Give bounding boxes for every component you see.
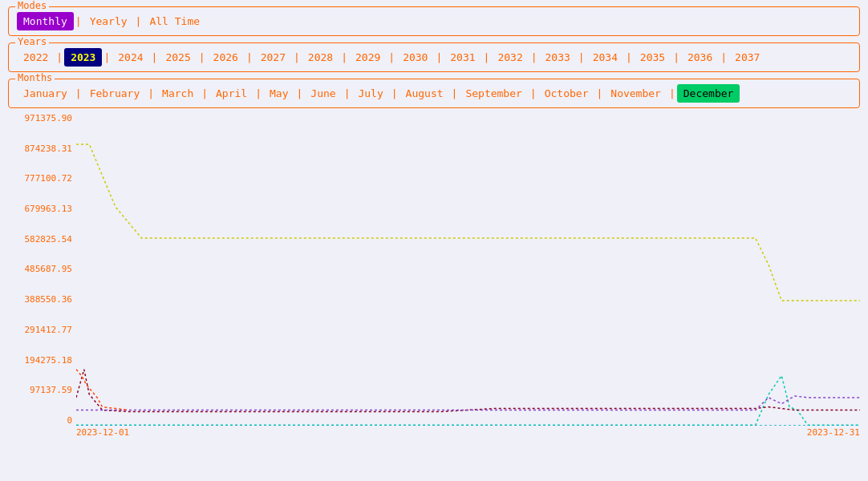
x-end-label: 2023-12-31 — [807, 427, 860, 438]
years-content: 2022|2023|2024|2025|2026|2027|2028|2029|… — [9, 43, 859, 71]
separator: | — [103, 51, 110, 63]
separator: | — [201, 87, 208, 99]
separator: | — [56, 51, 63, 63]
separator: | — [669, 87, 675, 99]
chart-area: 971375.90874238.31777100.72679963.135828… — [8, 113, 860, 426]
separator: | — [391, 87, 398, 99]
mode-item-monthly[interactable]: Monthly — [17, 12, 74, 30]
month-item-jun[interactable]: June — [304, 84, 342, 103]
separator: | — [344, 87, 351, 99]
y-label-5: 485687.95 — [8, 264, 76, 274]
year-item-2035[interactable]: 2035 — [634, 48, 671, 67]
y-label-7: 291412.77 — [8, 325, 76, 335]
separator: | — [626, 51, 632, 63]
separator: | — [294, 51, 300, 63]
month-item-sep[interactable]: September — [459, 84, 528, 103]
modes-content: Monthly|Yearly|All Time — [9, 7, 859, 35]
years-section: Years 2022|2023|2024|2025|2026|2027|2028… — [8, 42, 860, 72]
separator: | — [452, 87, 458, 99]
year-item-2023[interactable]: 2023 — [64, 48, 102, 67]
separator: | — [388, 51, 395, 63]
separator: | — [341, 51, 347, 63]
month-item-oct[interactable]: October — [538, 84, 595, 103]
month-item-may[interactable]: May — [263, 84, 294, 103]
year-item-2033[interactable]: 2033 — [539, 48, 577, 67]
y-label-2: 777100.72 — [8, 173, 76, 184]
y-label-3: 679963.13 — [8, 204, 76, 214]
months-section: Months January|February|March|April|May|… — [8, 79, 860, 108]
year-item-2029[interactable]: 2029 — [349, 48, 387, 67]
month-item-feb[interactable]: February — [83, 84, 147, 103]
year-item-2024[interactable]: 2024 — [112, 48, 149, 67]
x-axis: 2023-12-01 2023-12-31 — [76, 427, 860, 438]
year-item-2037[interactable]: 2037 — [728, 48, 766, 67]
separator: | — [152, 51, 158, 63]
month-item-nov[interactable]: November — [604, 84, 667, 103]
y-label-0: 971375.90 — [8, 113, 76, 123]
year-item-2032[interactable]: 2032 — [491, 48, 529, 67]
separator: | — [148, 87, 154, 99]
chart-svg-wrapper — [76, 113, 860, 426]
y-axis: 971375.90874238.31777100.72679963.135828… — [8, 113, 76, 426]
separator: | — [199, 51, 205, 63]
y-label-4: 582825.54 — [8, 234, 76, 245]
separator: | — [246, 51, 253, 63]
y-label-1: 874238.31 — [8, 143, 76, 154]
separator: | — [531, 51, 537, 63]
mode-item-alltime[interactable]: All Time — [143, 12, 206, 30]
year-item-2030[interactable]: 2030 — [396, 48, 434, 67]
separator: | — [255, 87, 262, 99]
mode-item-yearly[interactable]: Yearly — [83, 12, 134, 30]
years-label: Years — [15, 36, 49, 47]
month-item-mar[interactable]: March — [156, 84, 200, 103]
year-item-2026[interactable]: 2026 — [207, 48, 245, 67]
separator: | — [484, 51, 490, 63]
separator: | — [75, 15, 82, 27]
separator: | — [596, 87, 602, 99]
modes-label: Modes — [15, 0, 49, 11]
month-item-jan[interactable]: January — [17, 84, 74, 103]
modes-section: Modes Monthly|Yearly|All Time — [8, 6, 860, 36]
y-label-6: 388550.36 — [8, 294, 76, 305]
separator: | — [297, 87, 303, 99]
months-content: January|February|March|April|May|June|Ju… — [9, 79, 859, 107]
separator: | — [578, 51, 585, 63]
separator: | — [75, 87, 82, 99]
month-item-jul[interactable]: July — [351, 84, 389, 103]
chart-svg — [76, 113, 860, 426]
separator: | — [136, 15, 142, 27]
separator: | — [530, 87, 537, 99]
months-label: Months — [15, 72, 55, 83]
year-item-2034[interactable]: 2034 — [586, 48, 624, 67]
y-label-9: 97137.59 — [8, 385, 76, 395]
separator: | — [673, 51, 679, 63]
y-label-10: 0 — [8, 415, 76, 426]
year-item-2031[interactable]: 2031 — [444, 48, 481, 67]
y-label-8: 194275.18 — [8, 355, 76, 366]
year-item-2027[interactable]: 2027 — [254, 48, 292, 67]
separator: | — [436, 51, 442, 63]
separator: | — [720, 51, 727, 63]
year-item-2022[interactable]: 2022 — [17, 48, 55, 67]
year-item-2025[interactable]: 2025 — [159, 48, 197, 67]
year-item-2028[interactable]: 2028 — [302, 48, 339, 67]
year-item-2036[interactable]: 2036 — [681, 48, 719, 67]
month-item-aug[interactable]: August — [400, 84, 450, 103]
month-item-dec[interactable]: December — [677, 84, 740, 103]
x-start-label: 2023-12-01 — [76, 427, 129, 438]
month-item-apr[interactable]: April — [209, 84, 254, 103]
